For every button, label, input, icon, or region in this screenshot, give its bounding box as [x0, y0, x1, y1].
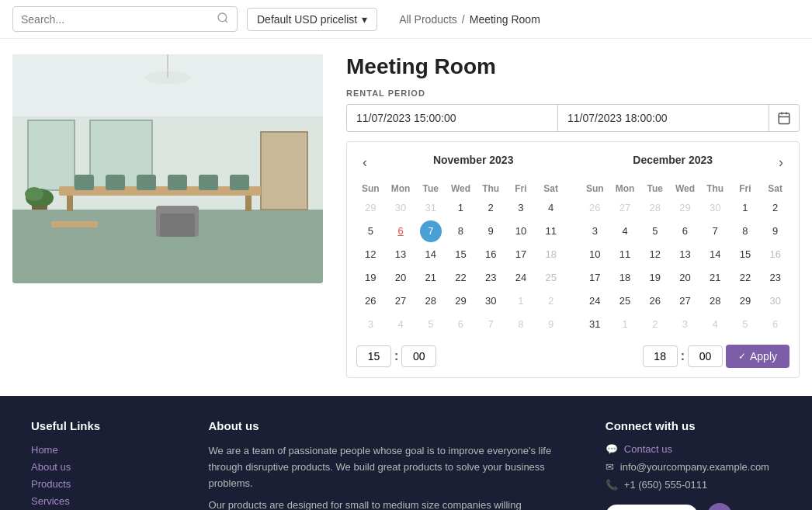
calendar-day[interactable]: 9	[765, 220, 786, 242]
calendar-day[interactable]: 9	[480, 220, 501, 242]
calendar-day[interactable]: 11	[540, 220, 562, 242]
calendar-day[interactable]: 29	[359, 197, 381, 219]
calendar-day[interactable]: 16	[765, 244, 786, 265]
calendar-day[interactable]: 14	[420, 244, 442, 265]
calendar-toggle-button[interactable]	[769, 104, 800, 132]
calendar-prev-button[interactable]: ‹	[356, 151, 373, 174]
calendar-day[interactable]: 2	[480, 197, 501, 219]
date-end-input[interactable]	[557, 104, 769, 132]
calendar-day[interactable]: 15	[734, 244, 756, 265]
calendar-day[interactable]: 4	[614, 220, 636, 242]
go-frontend-button[interactable]: Go to Frontend	[606, 505, 698, 511]
calendar-day[interactable]: 23	[480, 267, 501, 289]
calendar-day[interactable]: 19	[644, 267, 666, 289]
calendar-day[interactable]: 31	[420, 197, 442, 219]
calendar-day[interactable]: 1	[449, 197, 471, 219]
email-address[interactable]: info@yourcompany.example.com	[620, 461, 769, 473]
calendar-day[interactable]: 15	[449, 244, 471, 265]
calendar-day[interactable]: 26	[584, 197, 606, 219]
time-start-min[interactable]	[401, 345, 436, 367]
calendar-day[interactable]: 6	[674, 220, 696, 242]
calendar-day[interactable]: 26	[644, 290, 666, 312]
calendar-day[interactable]: 29	[449, 290, 471, 312]
calendar-day[interactable]: 30	[765, 290, 786, 312]
calendar-day[interactable]: 6	[390, 220, 411, 242]
calendar-day[interactable]: 6	[449, 314, 471, 335]
calendar-day[interactable]: 10	[510, 220, 532, 242]
calendar-day[interactable]: 8	[449, 220, 471, 242]
time-end-hour[interactable]	[643, 345, 678, 367]
date-start-input[interactable]	[346, 104, 557, 132]
calendar-day[interactable]: 29	[734, 290, 756, 312]
calendar-day[interactable]: 21	[420, 267, 442, 289]
calendar-day[interactable]: 7	[420, 220, 442, 242]
calendar-day[interactable]: 12	[359, 244, 381, 265]
calendar-day[interactable]: 21	[704, 267, 726, 289]
calendar-day[interactable]: 27	[614, 197, 636, 219]
calendar-day[interactable]: 5	[644, 220, 666, 242]
calendar-day[interactable]: 8	[510, 314, 532, 335]
calendar-next-button[interactable]: ›	[772, 151, 789, 174]
calendar-day[interactable]: 3	[674, 314, 696, 335]
calendar-day[interactable]: 2	[644, 314, 666, 335]
calendar-day[interactable]: 3	[359, 314, 381, 335]
calendar-day[interactable]: 30	[704, 197, 726, 219]
calendar-day[interactable]: 17	[584, 267, 606, 289]
search-bar[interactable]	[12, 6, 238, 32]
pricelist-dropdown[interactable]: Default USD pricelist ▾	[247, 8, 377, 31]
footer-link-services[interactable]: Services	[31, 495, 70, 507]
calendar-day[interactable]: 30	[480, 290, 501, 312]
calendar-day[interactable]: 20	[674, 267, 696, 289]
calendar-day[interactable]: 1	[614, 314, 636, 335]
calendar-day[interactable]: 16	[480, 244, 501, 265]
calendar-day[interactable]: 27	[674, 290, 696, 312]
calendar-day[interactable]: 29	[674, 197, 696, 219]
calendar-day[interactable]: 19	[359, 267, 381, 289]
calendar-day[interactable]: 28	[704, 290, 726, 312]
calendar-day[interactable]: 2	[765, 197, 786, 219]
calendar-day[interactable]: 31	[584, 314, 606, 335]
breadcrumb-parent[interactable]: All Products	[399, 13, 457, 26]
calendar-day[interactable]: 4	[704, 314, 726, 335]
contact-label[interactable]: Contact us	[624, 443, 672, 455]
calendar-day[interactable]: 22	[449, 267, 471, 289]
calendar-day[interactable]: 8	[734, 220, 756, 242]
calendar-day[interactable]: 10	[584, 244, 606, 265]
calendar-day[interactable]: 5	[420, 314, 442, 335]
calendar-day[interactable]: 20	[390, 267, 411, 289]
calendar-day[interactable]: 14	[704, 244, 726, 265]
apply-button[interactable]: ✓ Apply	[726, 345, 789, 368]
calendar-day[interactable]: 27	[390, 290, 411, 312]
calendar-day[interactable]: 2	[540, 290, 562, 312]
calendar-day[interactable]: 24	[584, 290, 606, 312]
calendar-day[interactable]: 12	[644, 244, 666, 265]
calendar-day[interactable]: 3	[584, 220, 606, 242]
calendar-day[interactable]: 11	[614, 244, 636, 265]
search-input[interactable]	[21, 13, 210, 26]
calendar-day[interactable]: 17	[510, 244, 532, 265]
calendar-day[interactable]: 28	[644, 197, 666, 219]
calendar-day[interactable]: 13	[390, 244, 411, 265]
calendar-day[interactable]: 6	[765, 314, 786, 335]
calendar-day[interactable]: 25	[540, 267, 562, 289]
calendar-day[interactable]: 18	[540, 244, 562, 265]
calendar-day[interactable]: 22	[734, 267, 756, 289]
calendar-day[interactable]: 1	[734, 197, 756, 219]
calendar-day[interactable]: 4	[540, 197, 562, 219]
calendar-day[interactable]: 30	[390, 197, 411, 219]
time-end-min[interactable]	[688, 345, 723, 367]
time-start-hour[interactable]	[356, 345, 391, 367]
calendar-day[interactable]: 26	[359, 290, 381, 312]
calendar-day[interactable]: 5	[359, 220, 381, 242]
calendar-day[interactable]: 3	[510, 197, 532, 219]
calendar-day[interactable]: 23	[765, 267, 786, 289]
calendar-day[interactable]: 28	[420, 290, 442, 312]
calendar-day[interactable]: 25	[614, 290, 636, 312]
calendar-day[interactable]: 4	[390, 314, 411, 335]
calendar-day[interactable]: 24	[510, 267, 532, 289]
footer-link-about[interactable]: About us	[31, 461, 71, 473]
calendar-day[interactable]: 7	[704, 220, 726, 242]
calendar-day[interactable]: 5	[734, 314, 756, 335]
calendar-day[interactable]: 13	[674, 244, 696, 265]
footer-link-home[interactable]: Home	[31, 444, 58, 456]
